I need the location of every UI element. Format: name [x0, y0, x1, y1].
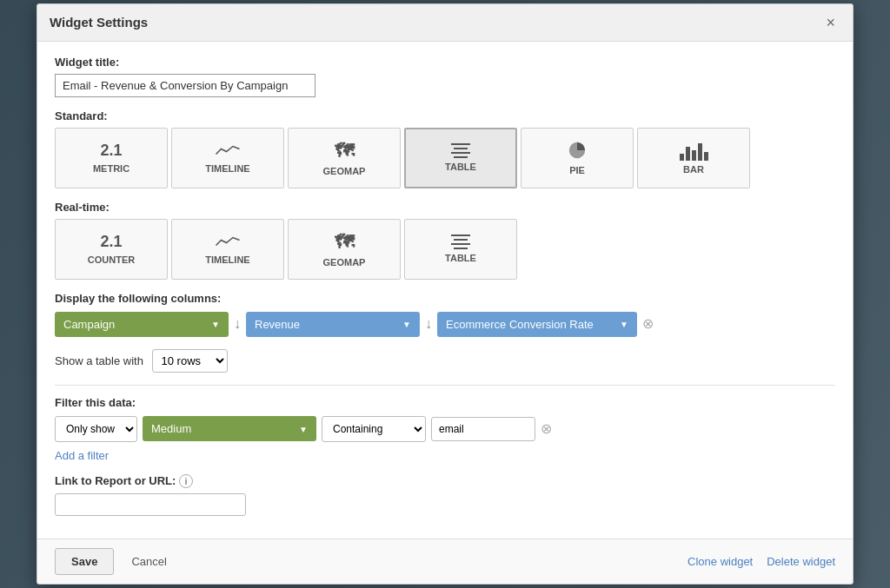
footer-right: Clone widget Delete widget [687, 555, 835, 568]
divider [55, 385, 835, 386]
save-button[interactable]: Save [55, 548, 114, 575]
standard-label: Standard: [55, 109, 835, 122]
widget-title-label: Widget title: [55, 56, 835, 69]
standard-timeline-button[interactable]: TIMELINE [171, 128, 284, 188]
widget-title-input[interactable] [55, 74, 315, 97]
realtime-counter-button[interactable]: 2.1 COUNTER [55, 219, 168, 280]
rows-label-text: Show a table with [55, 354, 143, 367]
link-section: Link to Report or URL: i [55, 474, 835, 517]
sort-arrow-2: ↓ [425, 316, 432, 332]
pie-icon [568, 141, 587, 162]
realtime-geomap-label: GEOMAP [323, 257, 366, 268]
add-filter-link[interactable]: Add a filter [55, 449, 109, 462]
filter-show-dropdown[interactable]: Only show Exclude [55, 416, 137, 442]
standard-pie-button[interactable]: PIE [521, 128, 634, 188]
counter-number-icon: 2.1 [100, 233, 122, 251]
filter-dimension-wrapper: Medium Campaign Source [143, 416, 316, 441]
modal-title: Widget Settings [50, 15, 148, 30]
pie-label: PIE [569, 165, 585, 175]
geomap-icon: 🗺 [335, 140, 354, 162]
filter-value-input[interactable] [431, 417, 535, 441]
footer-left: Save Cancel [55, 548, 176, 575]
realtime-section: Real-time: 2.1 COUNTER TIMELINE 🗺 [55, 201, 835, 280]
realtime-table-label: TABLE [445, 253, 476, 263]
revenue-dropdown[interactable]: Revenue Sessions Transactions [246, 312, 420, 337]
standard-section: Standard: 2.1 METRIC TIMELINE 🗺 [55, 109, 835, 188]
standard-bar-button[interactable]: BAR [637, 128, 750, 188]
conversion-dropdown-wrapper: Ecommerce Conversion Rate Transactions R… [437, 312, 637, 337]
widget-title-section: Widget title: [55, 56, 835, 97]
realtime-geomap-button[interactable]: 🗺 GEOMAP [288, 219, 401, 280]
columns-row: Campaign Medium Source ↓ Revenue Session… [55, 312, 835, 337]
widget-settings-modal: Widget Settings × Widget title: Standard… [37, 3, 853, 585]
realtime-table-icon [451, 235, 470, 249]
realtime-table-button[interactable]: TABLE [404, 219, 517, 280]
realtime-timeline-label: TIMELINE [205, 254, 249, 265]
clone-widget-button[interactable]: Clone widget [687, 555, 753, 568]
columns-section: Display the following columns: Campaign … [55, 292, 835, 337]
realtime-label: Real-time: [55, 201, 835, 214]
metric-label: METRIC [93, 163, 130, 174]
geomap-label: GEOMAP [323, 166, 366, 176]
revenue-dropdown-wrapper: Revenue Sessions Transactions [246, 312, 420, 337]
timeline-label: TIMELINE [205, 163, 249, 174]
standard-chart-types: 2.1 METRIC TIMELINE 🗺 GEOMAP [55, 128, 835, 188]
realtime-chart-types: 2.1 COUNTER TIMELINE 🗺 GEOMAP [55, 219, 835, 280]
delete-widget-button[interactable]: Delete widget [767, 555, 835, 568]
sort-arrow-1: ↓ [234, 316, 241, 332]
standard-table-button[interactable]: TABLE [404, 128, 517, 188]
bar-icon [680, 142, 708, 161]
filter-section: Filter this data: Only show Exclude Medi… [55, 396, 835, 462]
realtime-geomap-icon: 🗺 [335, 231, 354, 254]
campaign-dropdown[interactable]: Campaign Medium Source [55, 312, 229, 337]
modal-close-button[interactable]: × [820, 13, 840, 32]
table-label: TABLE [445, 162, 476, 172]
filter-row: Only show Exclude Medium Campaign Source… [55, 416, 835, 442]
link-url-input[interactable] [55, 493, 246, 516]
remove-column-button[interactable]: ⊗ [642, 317, 654, 331]
modal-footer: Save Cancel Clone widget Delete widget [37, 538, 853, 584]
table-icon [451, 143, 470, 158]
link-label: Link to Report or URL: i [55, 474, 835, 489]
cancel-button[interactable]: Cancel [123, 548, 175, 575]
standard-geomap-button[interactable]: 🗺 GEOMAP [288, 128, 401, 188]
timeline-icon [215, 142, 241, 160]
realtime-timeline-icon [215, 234, 241, 251]
modal-body: Widget title: Standard: 2.1 METRIC TIMEL… [37, 42, 853, 539]
remove-filter-button[interactable]: ⊗ [541, 422, 552, 436]
standard-metric-button[interactable]: 2.1 METRIC [55, 128, 168, 188]
rows-section: Show a table with 10 rows 5 rows 25 rows… [55, 349, 835, 373]
rows-select[interactable]: 10 rows 5 rows 25 rows 50 rows 100 rows [152, 349, 228, 373]
modal-header: Widget Settings × [37, 4, 853, 42]
campaign-dropdown-wrapper: Campaign Medium Source [55, 312, 229, 337]
columns-label: Display the following columns: [55, 292, 835, 305]
counter-label: COUNTER [88, 254, 135, 265]
realtime-timeline-button[interactable]: TIMELINE [171, 219, 284, 280]
link-label-text: Link to Report or URL: [55, 474, 176, 487]
link-info-icon[interactable]: i [179, 474, 193, 488]
metric-icon: 2.1 [100, 142, 122, 160]
link-row [55, 493, 835, 516]
filter-dimension-dropdown[interactable]: Medium Campaign Source [143, 416, 316, 441]
conversion-dropdown[interactable]: Ecommerce Conversion Rate Transactions R… [437, 312, 637, 337]
bar-label: BAR [683, 164, 704, 175]
filter-condition-dropdown[interactable]: Containing Not Containing Exact match Be… [322, 416, 426, 442]
filter-label: Filter this data: [55, 396, 835, 409]
